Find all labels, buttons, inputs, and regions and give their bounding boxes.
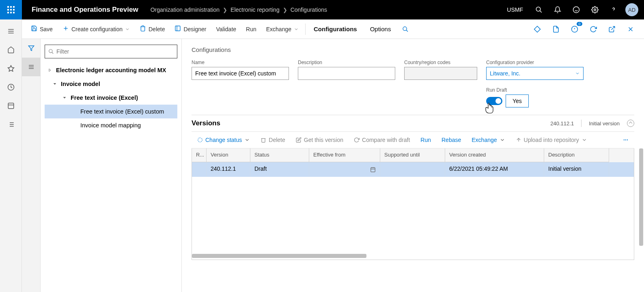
svg-rect-22 xyxy=(175,26,180,31)
chevron-down-icon[interactable] xyxy=(62,95,67,101)
find-button[interactable] xyxy=(397,19,414,39)
popout-icon[interactable] xyxy=(603,19,621,39)
save-icon xyxy=(31,25,37,33)
filter-input-wrap[interactable] xyxy=(45,45,177,58)
version-run-button[interactable]: Run xyxy=(416,131,435,148)
notification-icon[interactable] xyxy=(548,0,567,19)
chevron-right-icon[interactable] xyxy=(47,67,53,73)
country-field[interactable] xyxy=(404,67,477,80)
filter-icon[interactable] xyxy=(22,39,41,58)
chevron-down-icon xyxy=(575,71,580,76)
avatar[interactable]: AD xyxy=(625,3,638,16)
close-icon[interactable] xyxy=(621,19,640,39)
tree-label: Invoice model mapping xyxy=(80,122,141,129)
versions-title: Versions xyxy=(192,119,220,127)
svg-point-44 xyxy=(625,140,626,140)
feedback-icon[interactable] xyxy=(567,0,586,19)
svg-point-36 xyxy=(49,49,52,53)
waffle-icon xyxy=(7,6,15,13)
action-bar: Save Create configuration Delete Desig xyxy=(22,19,644,39)
breadcrumb-item[interactable]: Electronic reporting xyxy=(228,6,282,13)
help-icon[interactable] xyxy=(604,0,623,19)
tree-label: Invoice model xyxy=(61,81,100,87)
chevron-down-icon[interactable] xyxy=(52,81,58,87)
list-icon[interactable] xyxy=(22,58,41,76)
search-icon xyxy=(48,49,54,54)
description-field[interactable] xyxy=(298,67,395,80)
chevron-up-icon[interactable] xyxy=(627,120,634,127)
chevron-right-icon[interactable] xyxy=(71,122,77,128)
home-icon[interactable] xyxy=(0,41,22,59)
tab-options[interactable]: Options xyxy=(364,19,398,39)
status-icon xyxy=(197,137,203,143)
chevron-down-icon xyxy=(294,27,299,32)
get-version-button[interactable]: Get this version xyxy=(292,131,347,148)
svg-point-5 xyxy=(594,9,596,11)
svg-rect-12 xyxy=(8,103,14,109)
run-draft-toggle[interactable] xyxy=(486,97,502,105)
version-exchange-button[interactable]: Exchange xyxy=(467,131,509,148)
change-status-button[interactable]: Change status xyxy=(193,131,254,148)
chevron-right-icon[interactable] xyxy=(71,109,77,114)
table-row[interactable]: 240.112.1 Draft 6/22/2021 05:49:22 AM In… xyxy=(192,162,634,177)
calendar-icon[interactable] xyxy=(370,167,376,172)
create-configuration-button[interactable]: Create configuration xyxy=(58,19,135,39)
svg-line-25 xyxy=(406,30,408,32)
tree-pane: Electronic ledger accounting model MXInv… xyxy=(41,39,182,292)
clock-icon[interactable] xyxy=(0,78,22,97)
vertical-scrollbar[interactable] xyxy=(639,148,643,246)
more-button[interactable] xyxy=(619,131,633,148)
org-label[interactable]: USMF xyxy=(500,6,530,13)
svg-marker-39 xyxy=(54,83,56,85)
exchange-button[interactable]: Exchange xyxy=(261,19,304,39)
app-title: Finance and Operations Preview xyxy=(22,6,148,14)
search-icon[interactable] xyxy=(530,0,548,19)
search-icon xyxy=(402,26,409,32)
tree-node[interactable]: Free text invoice (Excel) xyxy=(45,91,177,105)
svg-marker-10 xyxy=(8,66,14,71)
diamond-icon[interactable] xyxy=(528,19,547,39)
svg-line-1 xyxy=(540,11,542,13)
version-delete-button[interactable]: Delete xyxy=(256,131,289,148)
tree-node[interactable]: Invoice model xyxy=(45,77,177,91)
app-launcher[interactable] xyxy=(0,0,22,19)
breadcrumb-item[interactable]: Organization administration xyxy=(148,6,222,13)
star-icon[interactable] xyxy=(0,59,22,78)
messages-icon[interactable]: 0 xyxy=(565,19,584,39)
designer-button[interactable]: Designer xyxy=(170,19,211,39)
chevron-down-icon xyxy=(582,137,587,143)
name-field[interactable] xyxy=(192,67,289,80)
modules-icon[interactable] xyxy=(0,115,22,134)
provider-select[interactable]: Litware, Inc. xyxy=(486,67,584,80)
menu-icon[interactable] xyxy=(0,22,22,41)
version-desc-meta: Initial version xyxy=(589,120,620,127)
tree-node[interactable]: Invoice model mapping xyxy=(45,118,177,132)
svg-rect-46 xyxy=(371,167,375,172)
delete-button[interactable]: Delete xyxy=(135,19,170,39)
country-label: Country/region codes xyxy=(404,60,477,65)
workspace-icon[interactable] xyxy=(0,97,22,115)
upload-button[interactable]: Upload into repository xyxy=(512,131,591,148)
messages-badge: 0 xyxy=(577,22,582,26)
tree-node[interactable]: Electronic ledger accounting model MX xyxy=(45,63,177,77)
tree-node[interactable]: Free text invoice (Excel) custom xyxy=(45,105,177,118)
run-draft-label: Run Draft xyxy=(486,87,584,93)
validate-button[interactable]: Validate xyxy=(211,19,241,39)
refresh-icon[interactable] xyxy=(584,19,603,39)
svg-point-0 xyxy=(536,7,541,11)
breadcrumb-item[interactable]: Configurations xyxy=(288,6,330,13)
designer-icon xyxy=(174,25,181,33)
tab-configurations[interactable]: Configurations xyxy=(307,19,364,39)
attach-icon[interactable] xyxy=(547,19,565,39)
compare-button[interactable]: Compare with draft xyxy=(350,131,414,148)
run-draft-value: Yes xyxy=(506,94,529,107)
gear-icon[interactable] xyxy=(586,0,604,19)
horizontal-scrollbar[interactable] xyxy=(192,254,634,258)
run-button[interactable]: Run xyxy=(241,19,261,39)
trash-icon xyxy=(140,25,146,33)
tree-label: Electronic ledger accounting model MX xyxy=(56,67,166,73)
save-button[interactable]: Save xyxy=(26,19,58,39)
rebase-button[interactable]: Rebase xyxy=(437,131,465,148)
trash-icon xyxy=(261,137,266,143)
filter-input[interactable] xyxy=(56,48,174,55)
